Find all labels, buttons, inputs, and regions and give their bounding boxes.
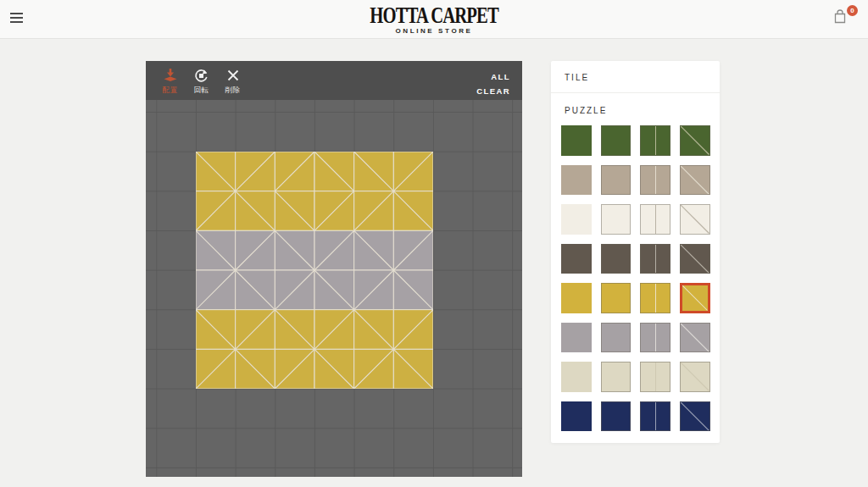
store-logo: HOTTA CARPET ONLINE STORE	[0, 4, 868, 35]
tile-swatch-beige-solid[interactable]	[561, 362, 592, 392]
tile-swatch-cream-diagonal[interactable]	[680, 204, 710, 235]
tile-swatch-gray-diagonal[interactable]	[680, 323, 710, 353]
tile-swatch-tan-diagonal[interactable]	[680, 165, 710, 196]
tile-swatch-cream-bordered[interactable]	[601, 204, 632, 235]
tile-swatch-brown-solid[interactable]	[561, 244, 592, 274]
all-clear-button[interactable]: ALL CLEAR	[476, 67, 510, 98]
tile-swatch-beige-diagonal[interactable]	[680, 362, 710, 392]
all-clear-line2: CLEAR	[476, 85, 510, 99]
cart-count-badge: 0	[847, 5, 858, 16]
placed-tiles[interactable]	[196, 152, 433, 389]
delete-x-icon	[226, 67, 240, 84]
cart-button[interactable]: 0	[832, 8, 854, 30]
swatch-grid	[551, 124, 720, 445]
tile-swatch-tan-split[interactable]	[640, 165, 670, 196]
tile-swatch-yellow-split[interactable]	[640, 283, 670, 313]
tile-swatch-cream-solid[interactable]	[561, 204, 592, 235]
delete-tool-label: 削除	[225, 86, 241, 96]
tile-swatch-green-solid[interactable]	[561, 125, 592, 156]
tile-swatch-green-split[interactable]	[640, 125, 670, 156]
tile-swatch-yellow-bordered[interactable]	[601, 283, 632, 313]
tile-swatch-gray-solid[interactable]	[561, 323, 592, 353]
panel-section-label: PUZZLE	[551, 93, 720, 124]
place-icon	[162, 67, 179, 84]
tile-swatch-navy-split[interactable]	[640, 401, 670, 432]
tile-swatch-gray-split[interactable]	[640, 323, 670, 353]
design-canvas: 配置 回転 削除 ALL CLEAR	[146, 61, 522, 477]
rotate-icon	[193, 67, 209, 84]
place-tool-button[interactable]: 配置	[154, 67, 186, 96]
tile-swatch-tan-bordered[interactable]	[601, 165, 632, 196]
tile-swatch-green-bordered[interactable]	[601, 125, 632, 156]
rotate-tool-label: 回転	[194, 86, 209, 96]
logo-title: HOTTA CARPET	[370, 4, 498, 27]
tile-swatch-navy-diagonal[interactable]	[680, 401, 710, 432]
tile-swatch-brown-diagonal[interactable]	[680, 244, 710, 274]
tile-swatch-beige-bordered[interactable]	[601, 362, 632, 392]
tile-swatch-brown-bordered[interactable]	[601, 244, 632, 274]
logo-subtitle: ONLINE STORE	[0, 27, 868, 35]
tile-swatch-cream-split[interactable]	[640, 204, 670, 235]
tile-swatch-navy-bordered[interactable]	[601, 401, 632, 432]
panel-title: TILE	[551, 61, 720, 93]
place-tool-label: 配置	[163, 86, 178, 96]
tile-swatch-beige-split[interactable]	[640, 362, 670, 392]
tile-swatch-brown-split[interactable]	[640, 244, 670, 274]
tile-swatch-gray-bordered[interactable]	[601, 323, 632, 353]
delete-tool-button[interactable]: 削除	[217, 67, 248, 96]
app-header: HOTTA CARPET ONLINE STORE 0	[0, 0, 868, 39]
canvas-grid[interactable]	[146, 100, 522, 477]
tile-swatch-yellow-diagonal[interactable]	[680, 283, 710, 313]
tile-swatch-navy-solid[interactable]	[561, 401, 592, 432]
tile-swatch-tan-solid[interactable]	[561, 165, 592, 196]
shopping-bag-icon	[832, 8, 848, 25]
canvas-toolbar: 配置 回転 削除 ALL CLEAR	[146, 61, 522, 100]
tile-panel: TILE PUZZLE	[551, 61, 720, 443]
menu-icon[interactable]	[10, 13, 24, 24]
tile-swatch-green-diagonal[interactable]	[680, 125, 710, 156]
rotate-tool-button[interactable]: 回転	[186, 67, 217, 96]
tile-swatch-yellow-solid[interactable]	[561, 283, 592, 313]
all-clear-line1: ALL	[476, 70, 510, 85]
